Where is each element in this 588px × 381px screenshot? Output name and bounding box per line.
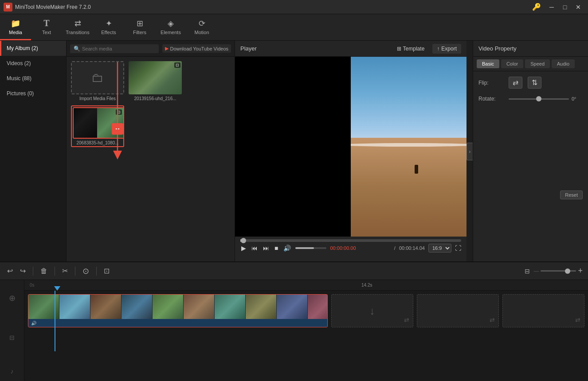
filters-icon: ⊞ [137, 19, 143, 28]
video-track-frames [28, 295, 327, 320]
delete-button[interactable]: 🗑 [39, 265, 49, 277]
motion-icon: ⟳ [199, 19, 205, 28]
aspect-ratio-select[interactable]: 16:9 9:16 4:3 1:1 [428, 244, 451, 253]
toolbar-filters-label: Filters [133, 30, 146, 35]
zoom-slider[interactable] [541, 270, 576, 272]
tab-basic[interactable]: Basic [477, 59, 499, 68]
toolbar-effects-label: Effects [101, 30, 116, 35]
undo-button[interactable]: ↩ [5, 265, 15, 277]
crop-button[interactable]: ⊡ [102, 265, 111, 277]
time-separator-total: / [394, 245, 396, 251]
template-label: Template [403, 46, 425, 52]
toolbar-transitions[interactable]: ⇄ Transitions [62, 14, 93, 40]
media-item-2[interactable]: ⊡ + 20683835-hd_1080... [71, 105, 124, 147]
volume-button[interactable]: 🔊 [282, 244, 292, 253]
video-corner-icon-1: ⊡ [174, 62, 180, 68]
reset-button[interactable]: Reset [560, 190, 583, 199]
drop-icon-1: ↓ [370, 305, 375, 317]
toolbar-effects[interactable]: ✦ Effects [93, 14, 124, 40]
sidebar: My Album (2) Videos (2) Music (88) Pictu… [0, 41, 67, 261]
export-label: Export [441, 46, 457, 52]
sidebar-item-videos[interactable]: Videos (2) [0, 56, 66, 71]
zoom-minus-icon: — [533, 268, 539, 274]
frame-4 [153, 295, 184, 320]
collapse-panel-button[interactable]: › [466, 143, 473, 160]
flip-row: Flip: ⇄ ⇅ [478, 77, 583, 89]
sidebar-item-music-label: Music (88) [7, 75, 31, 82]
video-corner-icon-2: ⊡ [116, 109, 122, 115]
toolbar-elements[interactable]: ◈ Elements [155, 14, 186, 40]
frame-5 [184, 295, 215, 320]
zoom-fit-button[interactable]: ⊟ [523, 266, 532, 276]
beach-foam [351, 143, 466, 147]
media-thumb-1: ⊡ [129, 61, 182, 94]
progress-bar[interactable] [240, 239, 461, 242]
frame-3 [122, 295, 153, 320]
flip-horizontal-button[interactable]: ⇄ [509, 77, 522, 89]
rotate-slider[interactable] [509, 98, 569, 100]
toolbar-text[interactable]: T Text [31, 14, 62, 40]
search-box[interactable]: 🔍 [70, 44, 159, 53]
app-logo: M [4, 3, 12, 12]
timeline-ruler: 0s 14.2s [24, 280, 588, 291]
empty-clip-1[interactable]: ↓ ⇄ [331, 294, 413, 327]
toolbar-filters[interactable]: ⊞ Filters [124, 14, 155, 40]
property-tabs: Basic Color Speed Audio [473, 57, 588, 71]
sidebar-item-music[interactable]: Music (88) [0, 71, 66, 86]
empty-clip-3[interactable]: ⇄ [502, 294, 584, 327]
timeline-content: ⊕ ⊟ ♪ 0s 14.2s [0, 280, 588, 381]
cut-button[interactable]: ✂ [60, 265, 70, 277]
tab-speed[interactable]: Speed [525, 59, 550, 68]
empty-clip-2[interactable]: ⇄ [417, 294, 499, 327]
main-area: My Album (2) Videos (2) Music (88) Pictu… [0, 41, 588, 261]
maximize-button[interactable]: □ [559, 2, 571, 12]
media-toolbar: 🔍 ▶ Download YouTube Videos [67, 41, 235, 57]
beach-sand [351, 138, 466, 237]
add-track-button[interactable]: ⊕ [9, 293, 16, 303]
toolbar-media[interactable]: 📁 Media [0, 14, 31, 40]
split-button[interactable]: ⊙ [81, 264, 91, 278]
video-track-row: 🔊 ↓ ⇄ ⇄ ⇄ [26, 293, 586, 328]
right-panel: Video Property Basic Color Speed Audio F… [473, 41, 588, 261]
toolbar-motion[interactable]: ⟳ Motion [186, 14, 217, 40]
export-icon: ↑ [437, 46, 439, 52]
toolbar-transitions-label: Transitions [66, 30, 89, 35]
export-button[interactable]: ↑ Export [432, 44, 461, 54]
collapse-toggle-container: › [466, 41, 473, 261]
template-button[interactable]: ⊞ Template [392, 44, 429, 54]
youtube-icon: ▶ [165, 46, 169, 51]
key-icon: 🔑 [532, 3, 541, 11]
minimize-button[interactable]: ─ [545, 2, 558, 12]
flip-vertical-button[interactable]: ⇅ [528, 77, 541, 89]
zoom-plus-icon[interactable]: + [578, 266, 583, 276]
import-media-button[interactable]: 🗀 Import Media Files [71, 61, 124, 101]
toolbar-media-label: Media [9, 30, 22, 35]
main-toolbar: 📁 Media T Text ⇄ Transitions ✦ Effects ⊞… [0, 14, 588, 41]
search-input[interactable] [82, 46, 155, 51]
video-track-clip[interactable]: 🔊 [28, 294, 328, 327]
player-left-video [235, 57, 351, 237]
sidebar-item-my-album-label: My Album (2) [7, 45, 38, 51]
play-button[interactable]: ▶ [240, 244, 247, 253]
prev-frame-button[interactable]: ⏮ [251, 244, 259, 253]
close-button[interactable]: ✕ [572, 2, 584, 12]
add-to-timeline-button[interactable]: + [112, 123, 123, 135]
stop-button[interactable]: ■ [274, 244, 279, 253]
time-current: 00:00:00.00 [330, 245, 390, 251]
right-panel-header: Video Property [473, 41, 588, 57]
tab-color[interactable]: Color [501, 59, 523, 68]
tab-audio[interactable]: Audio [552, 59, 575, 68]
media-item-1[interactable]: ⊡ 20139156-uhd_216... [129, 61, 182, 101]
volume-bar[interactable] [295, 247, 326, 249]
sidebar-item-pictures-label: Pictures (0) [7, 90, 34, 97]
sidebar-item-my-album[interactable]: My Album (2) [0, 41, 66, 56]
next-frame-button[interactable]: ⏭ [262, 244, 270, 253]
beach-water [351, 57, 466, 147]
player-header: Player ⊞ Template ↑ Export [235, 41, 466, 57]
youtube-download-button[interactable]: ▶ Download YouTube Videos [162, 44, 231, 53]
redo-button[interactable]: ↪ [18, 265, 27, 277]
fullscreen-button[interactable]: ⛶ [455, 245, 461, 252]
rotate-slider-container: 0° [509, 96, 583, 101]
sidebar-item-pictures[interactable]: Pictures (0) [0, 86, 66, 101]
rotate-value: 0° [572, 96, 583, 101]
